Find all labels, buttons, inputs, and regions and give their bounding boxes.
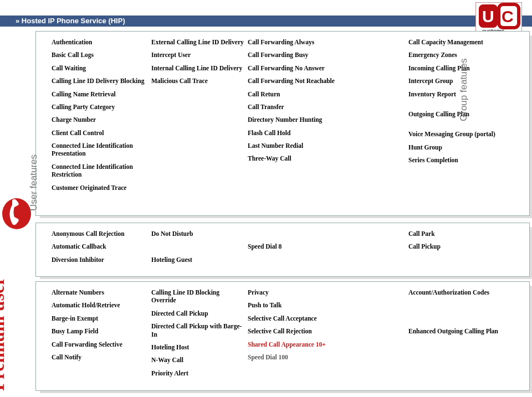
feature: Call Capacity Management — [408, 38, 502, 46]
feature: Priority Alert — [151, 369, 244, 377]
feature: Barge-in Exempt — [52, 314, 148, 322]
feature: Emergency Zones — [408, 51, 502, 59]
uc-systems-logo: U C systems — [475, 2, 522, 35]
feature: Call Transfer — [248, 103, 341, 111]
feature: Automatic Callback — [52, 243, 148, 250]
feature: Customer Originated Trace — [52, 184, 148, 192]
feature: Voice Messaging Group (portal) — [408, 130, 502, 138]
feature: Call Forwarding Selective — [52, 341, 148, 348]
feature: Call Forwarding Busy — [248, 51, 341, 59]
feature: Selective Call Acceptance — [248, 314, 341, 322]
feature: Anonymous Call Rejection — [52, 230, 148, 238]
feature: Inventory Report — [408, 90, 502, 98]
feature: Authentication — [52, 38, 148, 46]
feature — [248, 230, 341, 238]
feature: External Calling Line ID Delivery — [151, 38, 244, 46]
group-features-label: Group features — [458, 59, 469, 121]
feature: Calling Line ID Delivery Blocking — [52, 77, 148, 85]
feature: Call Park — [408, 230, 502, 238]
feature-shared-appearance: Shared Call Appearance 10+ — [248, 341, 341, 348]
feature: Directory Number Hunting — [248, 116, 341, 123]
feature: Directed Call Pickup — [151, 310, 244, 317]
feature: Busy Lamp Field — [52, 327, 148, 335]
feature: Automatic Hold/Retrieve — [52, 301, 148, 309]
feature: Diversion Inhibitor — [52, 256, 148, 264]
feature: Do Not Disturb — [151, 230, 244, 238]
feature: Enhanced Outgoing Calling Plan — [408, 327, 502, 335]
feature: Call Forwarding No Answer — [248, 64, 341, 72]
phone-icon — [1, 197, 32, 231]
feature: Call Waiting — [52, 64, 148, 72]
feature: Series Completion — [408, 156, 502, 164]
feature: Client Call Control — [52, 129, 148, 137]
feature-speed-dial-100: Speed Dial 100 — [248, 353, 341, 361]
feature: Intercept User — [151, 51, 244, 59]
feature: Alternate Numbers — [52, 288, 148, 296]
feature: Intercept Group — [408, 77, 502, 85]
feature: Connected Line Identification Restrictio… — [52, 163, 148, 179]
feature: Hunt Group — [408, 143, 502, 151]
feature: Directed Call Pickup with Barge-In — [151, 322, 244, 338]
feature: Call Notify — [52, 353, 148, 361]
feature: Hoteling Guest — [151, 256, 244, 264]
user-features-label: User features — [28, 154, 39, 211]
feature: Flash Call Hold — [248, 129, 341, 137]
feature: Calling Line ID Blocking Override — [151, 288, 244, 305]
feature: Account/Authorization Codes — [408, 288, 502, 296]
feature: Internal Calling Line ID Delivery — [151, 64, 244, 72]
feature: Call Pickup — [408, 243, 502, 250]
feature: Calling Name Retrieval — [52, 90, 148, 98]
feature: Incoming Calling Plan — [408, 64, 502, 72]
feature: Call Forwarding Not Reachable — [248, 77, 341, 85]
feature: Selective Call Rejection — [248, 327, 341, 335]
feature: Hoteling Host — [151, 343, 244, 351]
feature: Call Forwarding Always — [248, 38, 341, 46]
feature: Calling Party Category — [52, 103, 148, 111]
feature: Push to Talk — [248, 301, 341, 309]
feature: N-Way Call — [151, 356, 244, 364]
feature: Speed Dial 8 — [248, 243, 341, 250]
feature-box-1: User features Group features Authenticat… — [35, 31, 530, 216]
feature — [151, 243, 244, 250]
svg-text:C: C — [502, 7, 514, 25]
feature: Outgoing Calling Plan — [408, 110, 502, 118]
feature: Malicious Call Trace — [151, 77, 244, 85]
feature: Privacy — [248, 288, 341, 296]
feature-box-2: Anonymous Call Rejection Automatic Callb… — [35, 223, 530, 277]
feature: Charge Number — [52, 116, 148, 123]
feature: Three-Way Call — [248, 154, 341, 162]
feature: Call Return — [248, 90, 341, 98]
page-title: » Hosted IP Phone Service (HIP) — [16, 17, 125, 25]
feature: Connected Line Identification Presentati… — [52, 142, 148, 158]
feature-box-3: Alternate Numbers Automatic Hold/Retriev… — [35, 281, 530, 391]
feature: Basic Call Logs — [52, 51, 148, 59]
svg-text:U: U — [482, 7, 494, 25]
feature: Last Number Redial — [248, 142, 341, 149]
premium-user-label: Premium user — [0, 277, 8, 391]
